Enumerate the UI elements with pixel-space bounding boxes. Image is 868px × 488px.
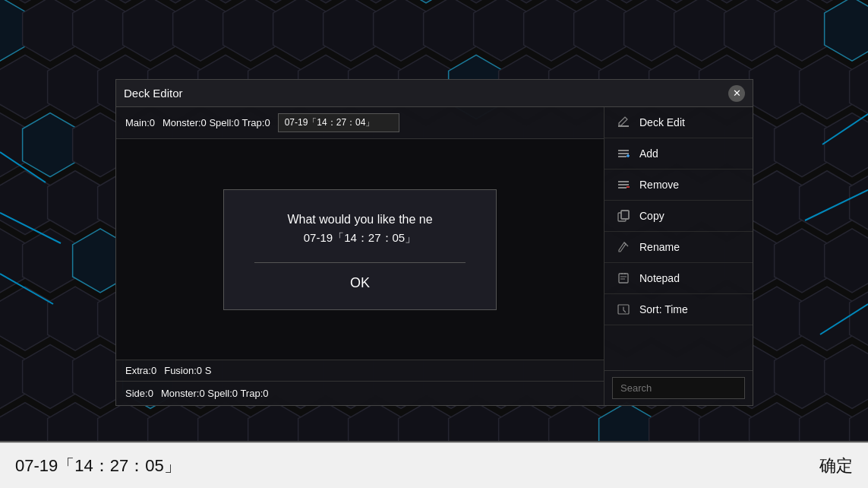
dialog-ok-button[interactable]: OK [335, 272, 385, 294]
bottom-divider [0, 441, 868, 442]
titlebar: Deck Editor ✕ [116, 80, 753, 107]
dialog-timestamp: 07-19「14：27：05」 [254, 231, 466, 246]
add-icon [615, 145, 632, 162]
main-label: Main:0 [125, 117, 155, 128]
svg-rect-13 [621, 211, 629, 219]
menu-item-notepad[interactable]: Notepad [604, 263, 753, 294]
svg-rect-1 [618, 150, 629, 151]
dialog-message: What would you like the ne [254, 213, 466, 227]
svg-rect-7 [618, 181, 629, 182]
notepad-icon [615, 270, 632, 287]
extra-stats: Fusion:0 S [164, 365, 211, 376]
menu-item-sort-time[interactable]: Sort: Time [604, 294, 753, 325]
rename-icon [615, 239, 632, 255]
svg-rect-16 [619, 274, 628, 283]
sort-icon [615, 301, 632, 318]
main-header: Main:0 Monster:0 Spell:0 Trap:0 07-19「14… [116, 107, 604, 139]
side-header: Side:0 Monster:0 Spell:0 Trap:0 [116, 382, 604, 405]
editor-body: Main:0 Monster:0 Spell:0 Trap:0 07-19「14… [116, 107, 753, 405]
menu-label-copy: Copy [639, 210, 664, 222]
remove-icon [615, 176, 632, 193]
extra-label: Extra:0 [125, 365, 156, 376]
menu-label-rename: Rename [639, 241, 680, 253]
confirm-button[interactable]: 确定 [819, 455, 853, 477]
menu-item-rename[interactable]: Rename [604, 232, 753, 263]
search-box-wrap [604, 370, 753, 405]
menu-label-add: Add [639, 147, 658, 160]
card-area: What would you like the ne 07-19「14：27：0… [116, 139, 604, 360]
dialog-overlay: What would you like the ne 07-19「14：27：0… [116, 139, 604, 360]
bottom-bar: 07-19「14：27：05」 确定 [0, 442, 868, 488]
menu-label-remove: Remove [639, 179, 679, 191]
deck-name-input[interactable]: 07-19「14：27：04」 [278, 113, 399, 132]
copy-icon [615, 208, 632, 224]
window-title: Deck Editor [124, 87, 183, 100]
close-button[interactable]: ✕ [728, 85, 745, 102]
rename-dialog: What would you like the ne 07-19「14：27：0… [223, 189, 497, 310]
extra-header: Extra:0 Fusion:0 S [116, 360, 604, 382]
menu-label-sort-time: Sort: Time [639, 303, 688, 315]
side-stats: Monster:0 Spell:0 Trap:0 [161, 388, 269, 399]
bottom-timestamp: 07-19「14：27：05」 [15, 455, 181, 477]
menu-label-deck-edit: Deck Edit [639, 116, 685, 128]
menu-item-remove[interactable]: Remove [604, 170, 753, 201]
search-input[interactable] [612, 377, 745, 399]
svg-rect-2 [618, 153, 629, 154]
menu-item-copy[interactable]: Copy [604, 201, 753, 232]
menu-label-notepad: Notepad [639, 272, 680, 284]
menu-item-deck-edit[interactable]: Deck Edit [604, 107, 753, 138]
left-panel: Main:0 Monster:0 Spell:0 Trap:0 07-19「14… [116, 107, 604, 405]
dialog-divider [254, 262, 466, 263]
right-panel: Deck Edit Add [604, 107, 753, 405]
side-label: Side:0 [125, 388, 153, 399]
menu-item-add[interactable]: Add [604, 138, 753, 170]
deck-editor-window: Deck Editor ✕ Main:0 Monster:0 Spell:0 T… [115, 79, 753, 406]
svg-rect-8 [618, 184, 629, 185]
main-stats: Monster:0 Spell:0 Trap:0 [163, 117, 270, 128]
edit-icon [615, 114, 632, 131]
